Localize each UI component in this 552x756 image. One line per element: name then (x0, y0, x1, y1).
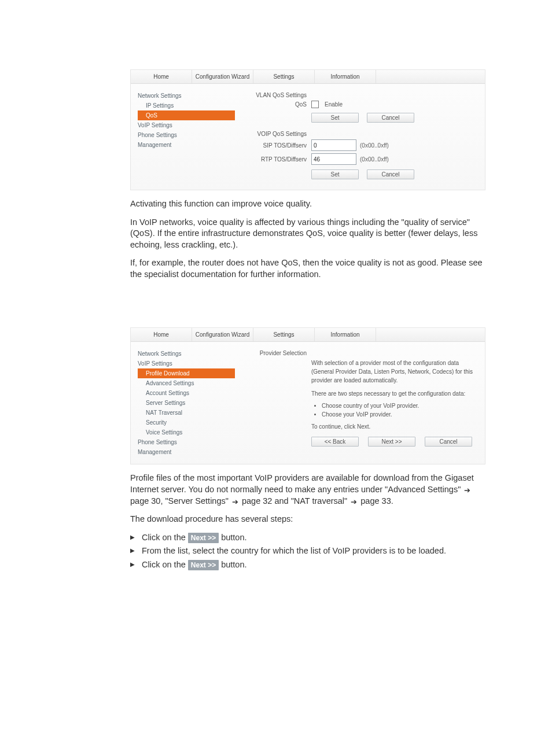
provider-bullet-2: Choose your VoIP provider. (322, 410, 477, 419)
voip-qos-heading: VOIP QoS Settings (242, 131, 311, 137)
paragraph-4: Profile files of the most important VoIP… (130, 473, 485, 507)
sip-tos-input[interactable] (311, 139, 356, 151)
sidebar-2: Network Settings VoIP Settings Profile D… (131, 342, 240, 464)
vlan-cancel-button[interactable]: Cancel (367, 113, 414, 123)
sb2-security[interactable]: Security (138, 418, 240, 427)
sidebar-voip-settings[interactable]: VoIP Settings (138, 120, 240, 130)
vlan-qos-heading: VLAN QoS Settings (242, 92, 311, 98)
sidebar-qos[interactable]: QoS (138, 110, 235, 120)
tab2-information[interactable]: Information (315, 328, 376, 341)
paragraph-2: In VoIP networks, voice quality is affec… (130, 217, 485, 251)
step-1: Click on the Next >> button. (130, 532, 485, 544)
sb2-voip-settings[interactable]: VoIP Settings (138, 359, 240, 368)
qos-label: QoS (242, 101, 311, 108)
tabs-bar-2: Home Configuration Wizard Settings Infor… (131, 328, 485, 342)
qos-enable-label: Enable (325, 101, 343, 108)
tab-config-wizard[interactable]: Configuration Wizard (192, 70, 253, 83)
sip-tos-label: SIP TOS/Diffserv (242, 142, 311, 149)
sb2-profile-download[interactable]: Profile Download (138, 368, 235, 378)
paragraph-5: The download procedure has several steps… (130, 514, 485, 525)
voip-cancel-button[interactable]: Cancel (367, 169, 414, 179)
provider-desc-3: To continue, click Next. (311, 422, 477, 431)
sidebar-phone-settings[interactable]: Phone Settings (138, 130, 240, 140)
sb2-nat-traversal[interactable]: NAT Traversal (138, 408, 240, 418)
next-button[interactable]: Next >> (368, 437, 415, 447)
sip-tos-hint: (0x00..0xff) (360, 142, 389, 149)
qos-settings-screenshot: Home Configuration Wizard Settings Infor… (130, 69, 485, 190)
arrow-icon: ➔ (464, 485, 470, 496)
provider-content: Provider Selection With selection of a p… (240, 342, 485, 464)
rtp-tos-input[interactable] (311, 153, 356, 165)
provider-selection-heading: Provider Selection (242, 350, 311, 356)
sb2-advanced-settings[interactable]: Advanced Settings (138, 378, 240, 388)
tab2-home[interactable]: Home (131, 328, 192, 341)
provider-desc-2: There are two steps necessary to get the… (311, 389, 477, 398)
sidebar: Network Settings IP Settings QoS VoIP Se… (131, 84, 240, 190)
tabs-bar: Home Configuration Wizard Settings Infor… (131, 70, 485, 84)
sb2-account-settings[interactable]: Account Settings (138, 388, 240, 398)
provider-desc-1: With selection of a provider most of the… (311, 359, 477, 385)
arrow-icon: ➔ (351, 497, 357, 507)
voip-set-button[interactable]: Set (311, 169, 359, 179)
sidebar-ip-settings[interactable]: IP Settings (138, 101, 240, 110)
provider-bullet-1: Choose country of your VoIP provider. (322, 401, 477, 410)
step-list: Click on the Next >> button. From the li… (130, 532, 485, 571)
back-button[interactable]: << Back (311, 437, 359, 447)
sb2-voice-settings[interactable]: Voice Settings (138, 427, 240, 437)
arrow-icon: ➔ (232, 497, 238, 507)
sb2-phone-settings[interactable]: Phone Settings (138, 437, 240, 447)
sb2-server-settings[interactable]: Server Settings (138, 398, 240, 408)
rtp-tos-hint: (0x00..0xff) (360, 156, 389, 163)
sidebar-network-settings[interactable]: Network Settings (138, 91, 240, 101)
paragraph-1: Activating this function can improve voi… (130, 198, 485, 210)
rtp-tos-label: RTP TOS/Diffserv (242, 156, 311, 163)
tab2-settings[interactable]: Settings (253, 328, 315, 341)
next-badge: Next >> (188, 560, 219, 570)
tab-home[interactable]: Home (131, 70, 192, 83)
sb2-network-settings[interactable]: Network Settings (138, 349, 240, 359)
sb2-management[interactable]: Management (138, 447, 240, 457)
tab-information[interactable]: Information (315, 70, 376, 83)
sidebar-management[interactable]: Management (138, 140, 240, 150)
provider-selection-screenshot: Home Configuration Wizard Settings Infor… (130, 327, 485, 464)
qos-content: VLAN QoS Settings QoS Enable Set Cancel (240, 84, 485, 190)
qos-enable-checkbox[interactable] (311, 101, 319, 108)
next-badge: Next >> (188, 533, 219, 543)
tab2-config-wizard[interactable]: Configuration Wizard (192, 328, 253, 341)
step-3: Click on the Next >> button. (130, 559, 485, 571)
tab-settings[interactable]: Settings (253, 70, 315, 83)
vlan-set-button[interactable]: Set (311, 113, 359, 123)
cancel-button[interactable]: Cancel (425, 437, 472, 447)
step-2: From the list, select the country for wh… (130, 545, 485, 557)
paragraph-3: If, for example, the router does not hav… (130, 257, 485, 280)
